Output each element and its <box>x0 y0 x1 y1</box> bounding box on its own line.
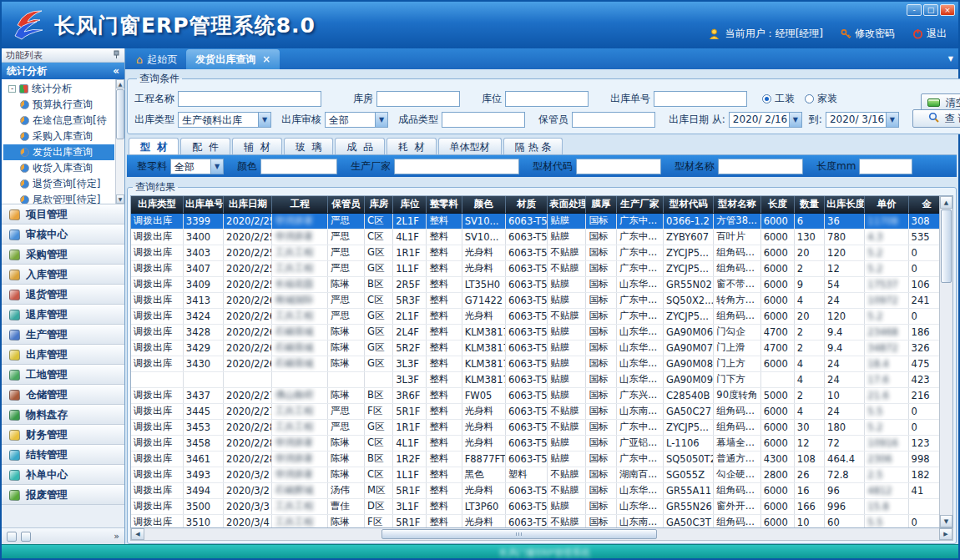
tree-item[interactable]: 采购入库查询 <box>3 129 114 144</box>
tree-item[interactable]: 预算执行查询 <box>3 97 114 113</box>
table-row[interactable]: 调拨出库34582020/2/28华润原著陈琳C区4L1F整料光身料6063-T… <box>131 435 946 451</box>
column-header[interactable]: 膜厚 <box>586 196 616 213</box>
column-header[interactable]: 型材名称 <box>714 196 760 213</box>
column-header[interactable]: 表面处理 <box>548 196 586 213</box>
tree-item[interactable]: 尾款管理[待定] <box>3 192 114 204</box>
table-row[interactable]: 调拨出库34132020/2/26南城国际严思C区5R3F整料G71422606… <box>131 292 946 308</box>
sidebar-module[interactable]: 退货管理 <box>2 285 124 305</box>
location-input[interactable] <box>505 91 589 107</box>
more-modules-icon[interactable]: » <box>114 531 119 542</box>
sidebar-module[interactable]: 补单中心 <box>2 465 124 485</box>
column-header[interactable]: 单价 <box>865 196 908 213</box>
table-row[interactable]: 调拨出库34032020/2/25工共工程严思G区1R1F整料光身料6063-T… <box>131 245 946 260</box>
scroll-left-icon[interactable]: ◀ <box>131 528 144 540</box>
collapse-icon[interactable]: « <box>113 65 119 77</box>
tree-item[interactable]: 退货查询[待定] <box>3 176 114 192</box>
color-input[interactable] <box>260 159 337 174</box>
chevron-down-icon[interactable]: ▼ <box>948 55 953 63</box>
scroll-up-icon[interactable]: ▲ <box>116 79 124 88</box>
table-row[interactable]: 调拨出库34942020/3/2石碣辉城汤伟M区5R1F整料光身料6063-T5… <box>131 482 946 498</box>
date-from-picker[interactable]: 2020/ 2/16▼ <box>729 112 802 128</box>
column-header[interactable]: 保管员 <box>327 196 364 213</box>
scrollbar-thumb[interactable] <box>381 529 657 539</box>
sidebar-module[interactable]: 入库管理 <box>2 265 124 285</box>
maker-input[interactable] <box>394 159 519 174</box>
scrollbar-thumb[interactable] <box>116 89 124 139</box>
maximize-button[interactable]: □ <box>923 4 938 16</box>
length-input[interactable] <box>859 159 912 174</box>
sidebar-module[interactable]: 项目管理 <box>2 204 124 225</box>
tree-scrollbar[interactable]: ▲ ▼ <box>115 79 124 204</box>
table-row[interactable]: 调拨出库34072020/2/25工共工程严思G区1L1F整料光身料6063-T… <box>131 260 946 276</box>
table-row[interactable]: 调拨出库35002020/3/3工共工程曹佳D区3L1F整料LT3P606063… <box>131 498 946 514</box>
column-header[interactable]: 型材代码 <box>664 196 714 213</box>
scrollbar-thumb[interactable] <box>941 209 952 283</box>
tab-start-page[interactable]: ⌂起始页 <box>127 49 186 69</box>
radio-gongzhuang[interactable]: 工装 <box>762 92 795 106</box>
pin-icon[interactable] <box>113 50 120 61</box>
table-row[interactable]: 调拨出库34932020/3/2华润原著陈琳C区1L1F整料黑色塑料不贴膜国标湖… <box>131 467 946 482</box>
sidebar-module[interactable]: 工地管理 <box>2 365 124 385</box>
column-header[interactable]: 颜色 <box>462 196 505 213</box>
horizontal-scrollbar[interactable]: ◀ ▶ <box>130 528 953 541</box>
column-header[interactable]: 材质 <box>505 196 547 213</box>
column-header[interactable]: 数量 <box>794 196 824 213</box>
tab-close-icon[interactable]: × <box>262 53 270 65</box>
select-arrow-icon[interactable]: ▼ <box>376 112 388 128</box>
material-tab[interactable]: 耗 材 <box>387 138 437 154</box>
scroll-up-icon[interactable]: ▲ <box>940 196 952 209</box>
outbound-type-select[interactable]: 生产领料出库▼ <box>178 112 271 128</box>
profile-code-input[interactable] <box>576 159 661 174</box>
radio-jiazhuang[interactable]: 家装 <box>805 92 837 106</box>
material-tab[interactable]: 成 品 <box>335 138 385 154</box>
column-header[interactable]: 出库单号 <box>183 196 223 213</box>
scroll-down-icon[interactable]: ▼ <box>116 194 124 204</box>
tree-item-root[interactable]: -统计分析 <box>3 81 114 97</box>
column-header[interactable]: 出库日期 <box>224 196 272 213</box>
sidebar-module[interactable]: 物料盘存 <box>2 405 124 425</box>
sidebar-module[interactable]: 结转管理 <box>2 445 124 465</box>
column-header[interactable]: 生产厂家 <box>616 196 663 213</box>
material-tab[interactable]: 配 件 <box>180 138 230 154</box>
table-row[interactable]: 调拨出库34292020/2/26石碣翡城陈琳G区5R2F整料KLM381760… <box>131 340 946 356</box>
table-row[interactable]: 调拨出库34532020/2/28工共工程严思G区1R1F整料光身料6063-T… <box>131 419 946 435</box>
column-header[interactable]: 整零料 <box>427 196 462 213</box>
table-row[interactable]: 调拨出库34372020/2/27佛山御府陈琳B区3R6F整料FW056063-… <box>131 387 946 403</box>
date-to-picker[interactable]: 2020/ 3/16▼ <box>826 112 899 128</box>
table-row[interactable]: 调拨出库35102020/3/4工共工程陈琳F区5R1F整料光身料6063-T5… <box>131 514 946 528</box>
scroll-right-icon[interactable]: ▶ <box>939 528 952 540</box>
project-name-input[interactable] <box>178 91 321 107</box>
select-arrow-icon[interactable]: ▼ <box>790 112 802 128</box>
change-password-button[interactable]: 修改密码 <box>841 27 895 41</box>
sidebar-module[interactable]: 生产管理 <box>2 325 124 345</box>
select-arrow-icon[interactable]: ▼ <box>259 112 271 128</box>
vertical-scrollbar[interactable]: ▲ ▼ <box>939 196 952 527</box>
column-header[interactable]: 工程 <box>272 196 327 213</box>
close-button[interactable]: × <box>940 4 955 16</box>
sidebar-module[interactable]: 报废管理 <box>2 485 124 505</box>
scroll-down-icon[interactable]: ▼ <box>940 515 952 527</box>
material-tab[interactable]: 辅 材 <box>232 138 282 154</box>
expander-icon[interactable]: - <box>8 85 16 93</box>
outbound-audit-select[interactable]: 全部▼ <box>325 112 388 128</box>
column-header[interactable]: 出库类型 <box>131 196 183 213</box>
table-row[interactable]: 调拨出库33992020/2/25华润原著严思C区2L1F整料SV10...60… <box>131 213 946 229</box>
table-row[interactable]: 3L3F整料KLM38176063-T5贴膜国标山东华...GA90M09...… <box>131 371 946 387</box>
search-button[interactable]: 查 询 <box>912 109 960 128</box>
sidebar-module[interactable]: 出库管理 <box>2 345 124 365</box>
statistics-section-header[interactable]: 统计分析 « <box>2 63 124 79</box>
list-view-icon[interactable] <box>7 532 17 542</box>
table-row[interactable]: 调拨出库34092020/2/25长福花园陈琳B区2R5F整料LT35H0606… <box>131 276 946 292</box>
monitor-icon[interactable] <box>21 532 31 542</box>
tree-item[interactable]: 在途信息查询[待 <box>3 113 114 129</box>
logout-button[interactable]: 退出 <box>912 27 947 41</box>
sidebar-module[interactable]: 采购管理 <box>2 245 124 265</box>
table-row[interactable]: 调拨出库34612020/2/28华润原著陈琳B区1R2F整料F8877FT60… <box>131 451 946 467</box>
material-tab[interactable]: 型 材 <box>129 138 179 154</box>
product-type-input[interactable] <box>442 112 525 128</box>
tree-item[interactable]: 发货出库查询 <box>3 144 114 160</box>
column-header[interactable]: 出库长度 <box>825 196 865 213</box>
keeper-input[interactable] <box>572 112 655 128</box>
material-tab[interactable]: 玻 璃 <box>284 138 334 154</box>
table-row[interactable]: 调拨出库34242020/2/26工共工程严思G区2L1F整料光身料6063-T… <box>131 308 946 324</box>
